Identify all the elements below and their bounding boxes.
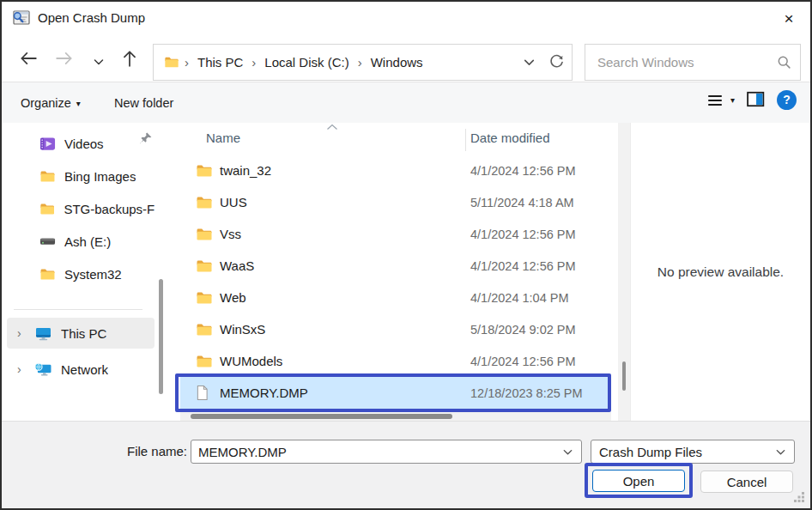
folder-icon [196,323,213,337]
sidebar-item-label: Bing Images [64,169,136,184]
file-name: WUModels [220,354,282,368]
folder-icon [196,196,213,209]
sidebar-item-system32[interactable]: System32 [7,258,155,289]
app-icon [12,9,31,27]
column-header-date-modified[interactable]: Date modified [470,131,550,145]
expander-chevron-icon[interactable]: › [17,326,34,340]
list-view-icon [706,93,724,108]
help-button[interactable]: ? [777,90,797,110]
vertical-scrollbar-thumb[interactable] [622,361,626,391]
sidebar-item-label: This PC [61,326,106,341]
caret-down-icon: ▾ [730,95,735,105]
preview-pane: No preview available. [630,123,810,421]
cancel-button[interactable]: Cancel [700,471,793,493]
column-header-name[interactable]: Name [206,131,240,145]
breadcrumb-windows[interactable]: Windows [367,53,427,71]
file-name: Vss [220,227,241,241]
organize-label: Organize [21,96,71,110]
file-name: UUS [220,195,247,209]
vertical-scrollbar[interactable] [618,123,630,421]
preview-message: No preview available. [657,264,784,280]
caret-down-icon: ▾ [76,99,81,108]
up-arrow-icon [122,49,137,68]
sidebar-item-label: Network [61,362,108,377]
file-date: 5/11/2024 4:18 AM [470,196,574,209]
search-icon [777,55,791,70]
breadcrumb-this-pc[interactable]: This PC [194,53,246,71]
column-divider[interactable] [465,129,466,151]
folder-icon [39,203,55,216]
main-area: Videos Bing Images STG-backups-Fl Ash (E… [2,123,810,421]
file-row-winsxs[interactable]: WinSxS 5/18/2024 9:02 PM [180,313,611,345]
new-folder-button[interactable]: New folder [114,91,173,115]
file-date: 12/18/2023 8:25 PM [470,386,583,400]
search-box [585,44,801,81]
sidebar-item-network[interactable]: › Network [7,354,155,385]
file-row-waas[interactable]: WaaS 4/1/2024 12:56 PM [180,250,611,282]
computer-icon [34,326,52,341]
refresh-icon [548,54,565,70]
resize-grip[interactable] [802,500,804,502]
document-icon [196,385,209,401]
address-dropdown-button[interactable] [522,55,536,70]
file-row-web[interactable]: Web 4/1/2024 1:04 PM [180,282,611,313]
breadcrumb-separator: › [353,55,367,70]
open-button[interactable]: Open [592,470,685,492]
preview-pane-icon [747,91,765,107]
sidebar-divider [14,309,142,310]
chevron-down-icon [522,55,536,70]
horizontal-scrollbar-thumb[interactable] [191,414,452,419]
views-button[interactable]: ▾ [706,93,735,108]
breadcrumb-separator: › [179,55,194,70]
combo-chevron-icon[interactable] [561,446,574,458]
file-rows: twain_32 4/1/2024 12:56 PM UUS 5/11/2024… [180,155,611,409]
file-name-input[interactable] [191,445,561,459]
refresh-button[interactable] [548,54,565,70]
folder-icon [196,291,213,305]
sidebar-item-this-pc[interactable]: › This PC [7,318,155,349]
file-date: 5/18/2024 9:02 PM [470,323,576,337]
sidebar-item-stg-backups[interactable]: STG-backups-Fl [7,193,155,224]
expander-chevron-icon[interactable]: › [17,362,34,376]
file-name: twain_32 [220,163,271,178]
forward-icon [55,51,74,66]
close-button[interactable]: × [774,5,803,33]
help-icon: ? [783,93,791,106]
file-name-label: File name: [127,444,187,458]
open-crash-dump-dialog: Open Crash Dump × › This PC › Local Disk… [0,0,812,510]
file-row-vss[interactable]: Vss 4/1/2024 12:56 PM [180,218,611,250]
sidebar-scrollbar-thumb[interactable] [159,279,163,394]
address-bar[interactable]: › This PC › Local Disk (C:) › Windows [153,44,573,81]
dialog-footer: File name: Crash Dump Files Open Cancel [2,421,810,508]
breadcrumb-local-disk-c[interactable]: Local Disk (C:) [261,53,352,71]
folder-icon [196,355,213,368]
sidebar-item-label: STG-backups-Fl [64,202,155,216]
navigation-bar: › This PC › Local Disk (C:) › Windows [2,36,810,82]
organize-button[interactable]: Organize ▾ [21,91,81,115]
file-name: WaaS [220,258,254,273]
horizontal-scrollbar[interactable] [180,412,611,421]
file-row-wumodels[interactable]: WUModels 4/1/2024 12:56 PM [180,345,611,377]
file-row-memory-dmp[interactable]: MEMORY.DMP 12/18/2023 8:25 PM [180,377,611,409]
title-bar: Open Crash Dump × [2,2,810,36]
preview-pane-button[interactable] [747,91,765,110]
drive-icon [39,236,56,246]
file-row-uus[interactable]: UUS 5/11/2024 4:18 AM [180,186,611,218]
file-name: Web [220,290,246,305]
back-button[interactable] [17,48,39,70]
sidebar-item-ash-drive[interactable]: Ash (E:) [7,226,155,257]
forward-button[interactable] [53,48,76,70]
sidebar-item-videos[interactable]: Videos [7,128,155,159]
combo-chevron-icon [774,446,787,458]
up-button[interactable] [118,48,141,70]
recent-locations-button[interactable] [88,52,110,74]
folder-icon [39,268,56,281]
sidebar-item-label: System32 [64,267,122,282]
file-type-select[interactable]: Crash Dump Files [591,440,795,464]
folder-icon [39,170,56,183]
sidebar-item-bing-images[interactable]: Bing Images [7,161,155,191]
search-input[interactable] [589,55,777,70]
file-row-twain-32[interactable]: twain_32 4/1/2024 12:56 PM [180,155,611,186]
chevron-down-icon [92,55,106,69]
file-name: MEMORY.DMP [220,386,308,400]
